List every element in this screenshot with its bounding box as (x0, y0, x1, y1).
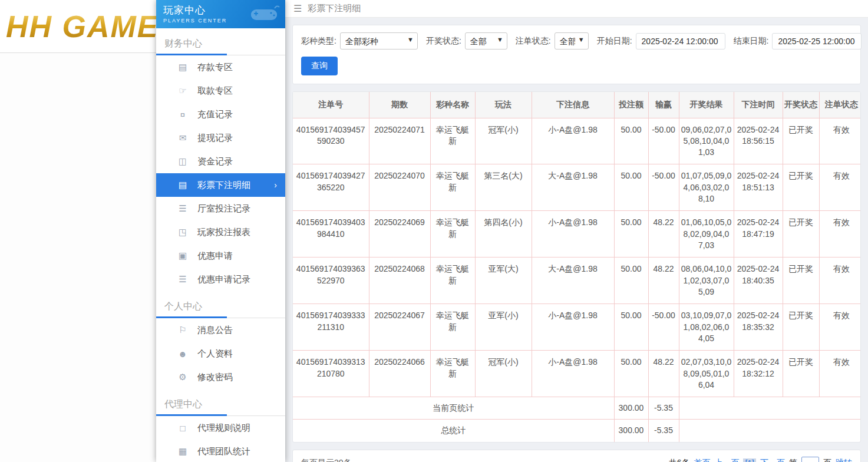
end-date-input[interactable] (772, 33, 862, 50)
sidebar-item[interactable]: ☻个人资料 (156, 342, 285, 365)
table-cell: 冠军(小) (475, 118, 532, 164)
lottery-type-select[interactable]: 全部彩种 (340, 32, 418, 50)
table-cell: 亚军(小) (475, 304, 532, 351)
promo-apply-icon: ▣ (177, 250, 188, 261)
table-cell: 亚军(大) (475, 258, 532, 304)
recharge-moneybag-icon: ¤ (177, 110, 188, 120)
pagination-bar: 每页显示20条 共6条 首页 上一页 [1] 下一页 第 页 跳转 (292, 450, 861, 462)
table-cell: 大-A盘@1.98 (532, 258, 614, 304)
table-cell: 已开奖 (783, 118, 819, 164)
table-cell: 小-A盘@1.98 (532, 304, 614, 351)
table-cell: 幸运飞艇新 (430, 118, 475, 164)
sidebar-item[interactable]: ◳玩家投注报表 (156, 220, 285, 244)
table-cell: 2025-02-24 18:32:12 (734, 351, 783, 397)
sidebar-item[interactable]: ¤充值记录 (156, 103, 285, 126)
start-date-input[interactable] (636, 33, 725, 50)
column-header: 开奖结果 (679, 92, 734, 118)
sidebar-item[interactable]: ▤彩票下注明细› (156, 173, 285, 197)
sidebar-item-label: 彩票下注明细 (197, 180, 250, 191)
column-header: 输赢 (648, 92, 679, 118)
content: 彩种类型: 全部彩种 ▼ 开奖状态: 全部 ▼ 注单状态: 全部 ▼ (285, 18, 868, 462)
table-cell: 大-A盘@1.98 (532, 164, 614, 211)
table-cell: 有效 (819, 351, 861, 397)
gamepad-icon (247, 4, 280, 25)
table-cell: 20250224071 (369, 118, 430, 164)
topbar: ☰ 彩票下注明细 (285, 0, 868, 18)
table-cell: 09,06,02,07,05,08,10,04,01,03 (679, 118, 734, 164)
page-size-text: 每页显示20条 (301, 458, 352, 462)
app-root: HH GAME 玩家中心 PLAYERS CENTER 财务中心▤存款专区☞取款… (0, 0, 868, 462)
sidebar-section-title: 个人中心 (156, 291, 285, 318)
sidebar-item[interactable]: ☞取款专区 (156, 79, 285, 103)
draw-status-select[interactable]: 全部 (465, 32, 507, 50)
player-bet-report-icon: ◳ (177, 227, 188, 237)
sidebar-item-label: 玩家投注报表 (197, 227, 250, 238)
sidebar-item[interactable]: ▦代理团队统计 (156, 440, 285, 462)
sidebar-item-label: 代理规则说明 (197, 423, 250, 434)
jump-suffix: 页 (823, 458, 831, 462)
next-page-link[interactable]: 下一页 (760, 458, 785, 462)
summary-blank (679, 397, 861, 420)
sidebar-item[interactable]: ▤存款专区 (156, 55, 285, 79)
table-cell: 小-A盘@1.98 (532, 351, 614, 397)
table-cell: 50.00 (614, 211, 648, 258)
table-cell: -50.00 (648, 118, 679, 164)
table-cell: -50.00 (648, 164, 679, 211)
table-row: 40156917403933321131020250224067幸运飞艇新亚军(… (293, 304, 861, 351)
column-header: 彩种名称 (430, 92, 475, 118)
table-cell: 20250224066 (369, 351, 430, 397)
table-cell: 小-A盘@1.98 (532, 118, 614, 164)
table-cell: 401569174039313210780 (293, 351, 369, 397)
gear-icon: ⚙ (177, 372, 188, 382)
sidebar-item[interactable]: ⚐消息公告 (156, 318, 285, 342)
sidebar-item[interactable]: ◫资金记录 (156, 150, 285, 173)
table-cell: 20250224067 (369, 304, 430, 351)
chevron-right-icon: › (274, 180, 277, 190)
table-row: 40156917403942736522020250224070幸运飞艇新第三名… (293, 164, 861, 211)
table-cell: 幸运飞艇新 (430, 211, 475, 258)
table-cell: 2025-02-24 18:51:13 (734, 164, 783, 211)
sidebar-item-label: 取款专区 (197, 85, 233, 97)
sidebar-header: 玩家中心 PLAYERS CENTER (156, 0, 285, 28)
order-status-label: 注单状态: (516, 36, 551, 47)
table-cell: 2025-02-24 18:56:15 (734, 118, 783, 164)
sidebar-item-label: 优惠申请记录 (197, 274, 250, 285)
sidebar-item[interactable]: ⚙修改密码 (156, 365, 285, 389)
hamburger-menu-icon[interactable]: ☰ (293, 3, 302, 14)
column-header: 投注额 (614, 92, 648, 118)
sidebar-item[interactable]: ▣优惠申请 (156, 244, 285, 268)
sidebar-item[interactable]: ☰优惠申请记录 (156, 268, 285, 291)
sidebar-item-label: 修改密码 (197, 372, 233, 383)
summary-win-loss: -5.35 (648, 397, 679, 420)
jump-button[interactable]: 跳转 (836, 458, 852, 462)
bet-table: 注单号期数彩种名称玩法下注信息投注额输赢开奖结果下注时间开奖状态注单状态 401… (293, 92, 861, 442)
current-page-indicator: [1] (743, 458, 756, 462)
query-button[interactable]: 查询 (301, 57, 338, 75)
table-cell: 第三名(大) (475, 164, 532, 211)
table-cell: 48.22 (648, 211, 679, 258)
table-row: 40156917403936352297020250224068幸运飞艇新亚军(… (293, 258, 861, 304)
sidebar-item[interactable]: ✉提现记录 (156, 126, 285, 150)
prev-page-link[interactable]: 上一页 (714, 458, 739, 462)
summary-win-loss: -5.35 (648, 420, 679, 442)
order-status-select[interactable]: 全部 (555, 32, 589, 50)
summary-row: 当前页统计300.00-5.35 (293, 397, 861, 420)
sidebar-section-title: 财务中心 (156, 28, 285, 55)
deposit-card-icon: ▤ (177, 62, 188, 72)
promo-record-icon: ☰ (177, 274, 188, 285)
filter-panel: 彩种类型: 全部彩种 ▼ 开奖状态: 全部 ▼ 注单状态: 全部 ▼ (292, 25, 861, 84)
first-page-link[interactable]: 首页 (694, 458, 710, 462)
funds-record-icon: ◫ (177, 156, 188, 167)
table-cell: 有效 (819, 258, 861, 304)
table-cell: 有效 (819, 118, 861, 164)
jump-page-input[interactable] (801, 457, 819, 462)
agent-team-stats-icon: ▦ (177, 446, 188, 457)
start-date-label: 开始日期: (597, 36, 632, 47)
summary-bet-total: 300.00 (614, 397, 648, 420)
table-cell: -50.00 (648, 304, 679, 351)
summary-label: 当前页统计 (293, 397, 614, 420)
sidebar-item-label: 个人资料 (197, 348, 233, 359)
sidebar-item[interactable]: □代理规则说明 (156, 416, 285, 440)
sidebar-item[interactable]: ☰厅室投注记录 (156, 197, 285, 220)
column-header: 开奖状态 (783, 92, 819, 118)
